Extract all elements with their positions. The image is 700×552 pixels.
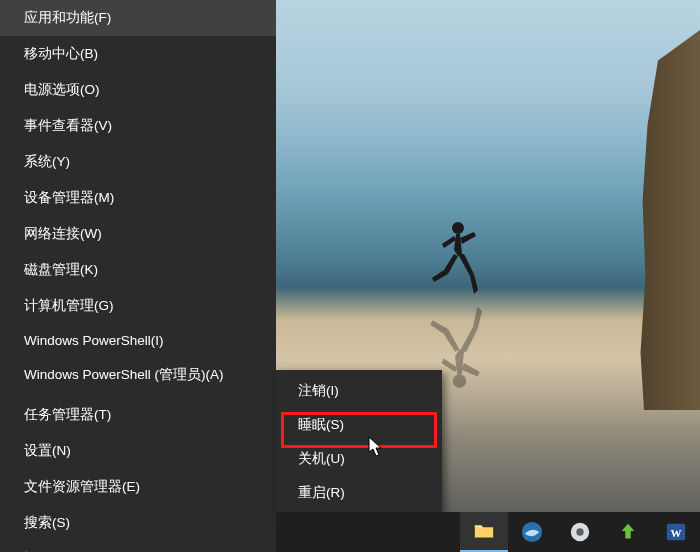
wallpaper-rock bbox=[630, 30, 700, 410]
menu-item-power-options[interactable]: 电源选项(O) bbox=[0, 72, 276, 108]
wallpaper-runner bbox=[430, 220, 478, 300]
svg-point-0 bbox=[452, 222, 464, 234]
menu-item-label: 应用和功能(F) bbox=[24, 9, 111, 27]
settings-gear-icon bbox=[569, 521, 591, 543]
menu-item-label: 搜索(S) bbox=[24, 514, 70, 532]
menu-item-label: 设备管理器(M) bbox=[24, 189, 114, 207]
menu-item-label: 电源选项(O) bbox=[24, 81, 100, 99]
menu-item-run[interactable]: 运行(R) bbox=[0, 541, 276, 552]
menu-item-system[interactable]: 系统(Y) bbox=[0, 144, 276, 180]
menu-item-apps-features[interactable]: 应用和功能(F) bbox=[0, 0, 276, 36]
submenu-item-signout[interactable]: 注销(I) bbox=[276, 374, 442, 408]
menu-item-label: 设置(N) bbox=[24, 442, 71, 460]
menu-item-label: 重启(R) bbox=[298, 484, 345, 502]
menu-item-file-explorer[interactable]: 文件资源管理器(E) bbox=[0, 469, 276, 505]
taskbar-upload[interactable] bbox=[604, 512, 652, 552]
menu-item-label: 文件资源管理器(E) bbox=[24, 478, 140, 496]
menu-item-powershell-admin[interactable]: Windows PowerShell (管理员)(A) bbox=[0, 357, 276, 393]
swirl-app-icon bbox=[521, 521, 543, 543]
menu-item-search[interactable]: 搜索(S) bbox=[0, 505, 276, 541]
menu-item-network-connections[interactable]: 网络连接(W) bbox=[0, 216, 276, 252]
taskbar-settings[interactable] bbox=[556, 512, 604, 552]
menu-item-label: 磁盘管理(K) bbox=[24, 261, 98, 279]
menu-item-label: 注销(I) bbox=[298, 382, 339, 400]
winx-context-menu: 应用和功能(F) 移动中心(B) 电源选项(O) 事件查看器(V) 系统(Y) … bbox=[0, 0, 276, 552]
submenu-item-shutdown[interactable]: 关机(U) bbox=[276, 442, 442, 476]
menu-item-label: 关机(U) bbox=[298, 450, 345, 468]
power-submenu: 注销(I) 睡眠(S) 关机(U) 重启(R) bbox=[276, 370, 442, 514]
svg-point-4 bbox=[576, 528, 583, 535]
menu-item-device-manager[interactable]: 设备管理器(M) bbox=[0, 180, 276, 216]
menu-item-label: 事件查看器(V) bbox=[24, 117, 112, 135]
svg-text:W: W bbox=[671, 527, 682, 539]
menu-item-label: 计算机管理(G) bbox=[24, 297, 114, 315]
menu-item-label: 睡眠(S) bbox=[298, 416, 344, 434]
word-app-icon: W bbox=[665, 521, 687, 543]
menu-item-disk-management[interactable]: 磁盘管理(K) bbox=[0, 252, 276, 288]
taskbar-file-explorer[interactable] bbox=[460, 512, 508, 552]
menu-item-powershell[interactable]: Windows PowerShell(I) bbox=[0, 324, 276, 357]
svg-point-1 bbox=[453, 374, 467, 388]
menu-item-mobility-center[interactable]: 移动中心(B) bbox=[0, 36, 276, 72]
taskbar-swirl-app[interactable] bbox=[508, 512, 556, 552]
taskbar: W bbox=[276, 512, 700, 552]
menu-item-label: 任务管理器(T) bbox=[24, 406, 111, 424]
menu-item-task-manager[interactable]: 任务管理器(T) bbox=[0, 397, 276, 433]
menu-item-settings[interactable]: 设置(N) bbox=[0, 433, 276, 469]
file-explorer-icon bbox=[473, 520, 495, 542]
menu-item-label: 移动中心(B) bbox=[24, 45, 98, 63]
menu-item-computer-management[interactable]: 计算机管理(G) bbox=[0, 288, 276, 324]
upload-arrow-icon bbox=[617, 521, 639, 543]
submenu-item-sleep[interactable]: 睡眠(S) bbox=[276, 408, 442, 442]
menu-item-label: 网络连接(W) bbox=[24, 225, 102, 243]
taskbar-word[interactable]: W bbox=[652, 512, 700, 552]
menu-item-event-viewer[interactable]: 事件查看器(V) bbox=[0, 108, 276, 144]
menu-item-label: Windows PowerShell (管理员)(A) bbox=[24, 366, 224, 384]
submenu-item-restart[interactable]: 重启(R) bbox=[276, 476, 442, 510]
menu-item-label: Windows PowerShell(I) bbox=[24, 333, 164, 348]
menu-item-label: 系统(Y) bbox=[24, 153, 70, 171]
